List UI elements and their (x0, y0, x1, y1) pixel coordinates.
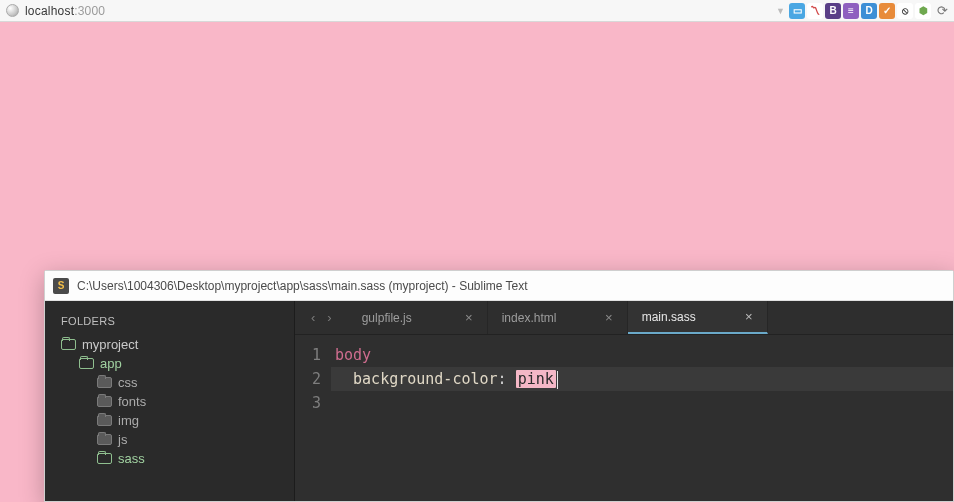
workspace: FOLDERS myproject app css fonts img (45, 301, 953, 501)
tab-bar: ‹ › gulpfile.js × index.html × main.sass… (295, 301, 953, 335)
line-number: 1 (295, 343, 321, 367)
tab-gulpfile[interactable]: gulpfile.js × (348, 301, 488, 334)
code-body[interactable]: body background-color: pink (331, 335, 953, 501)
close-icon[interactable]: × (605, 310, 613, 325)
nav-arrows: ‹ › (295, 301, 348, 334)
token-colon: : (498, 370, 507, 388)
tree-item-css[interactable]: css (61, 373, 294, 392)
close-icon[interactable]: × (745, 309, 753, 324)
line-gutter: 1 2 3 (295, 335, 331, 501)
folder-open-icon (79, 358, 94, 369)
globe-icon (6, 4, 19, 17)
folder-closed-icon (97, 377, 112, 388)
window-titlebar[interactable]: S C:\Users\1004306\Desktop\myproject\app… (45, 271, 953, 301)
url-host: localhost (25, 4, 74, 18)
editor-area: ‹ › gulpfile.js × index.html × main.sass… (295, 301, 953, 501)
browser-address-bar: localhost:3000 ▼ ▭ 〽 B ≡ D ✓ ⦸ ⬢ ⟳ (0, 0, 954, 22)
url-port: :3000 (74, 4, 105, 18)
sublime-app-icon: S (53, 278, 69, 294)
tab-index-html[interactable]: index.html × (488, 301, 628, 334)
tree-item-sass[interactable]: sass (61, 449, 294, 468)
code-area[interactable]: 1 2 3 body background-color: pink (295, 335, 953, 501)
tree-label: js (118, 432, 127, 447)
tree-item-js[interactable]: js (61, 430, 294, 449)
tab-label: gulpfile.js (362, 311, 412, 325)
ext-icon-2[interactable]: B (825, 3, 841, 19)
ext-icon-4[interactable]: D (861, 3, 877, 19)
folder-closed-icon (97, 434, 112, 445)
url-text[interactable]: localhost:3000 (25, 4, 105, 18)
sidebar-header: FOLDERS (61, 315, 294, 327)
ext-icon-1[interactable]: 〽 (807, 3, 823, 19)
ext-icon-0[interactable]: ▭ (789, 3, 805, 19)
extension-row: ▭ 〽 B ≡ D ✓ ⦸ ⬢ (789, 3, 931, 19)
tree-item-myproject[interactable]: myproject (61, 335, 294, 354)
tree-label: myproject (82, 337, 138, 352)
close-icon[interactable]: × (465, 310, 473, 325)
line-number: 2 (295, 367, 321, 391)
folder-closed-icon (97, 396, 112, 407)
token-selector: body (335, 346, 371, 364)
reload-icon[interactable]: ⟳ (937, 3, 948, 18)
ext-icon-6[interactable]: ⦸ (897, 3, 913, 19)
nav-back-icon[interactable]: ‹ (311, 310, 315, 325)
sublime-window: S C:\Users\1004306\Desktop\myproject\app… (44, 270, 954, 502)
tree-label: css (118, 375, 138, 390)
ext-icon-5[interactable]: ✓ (879, 3, 895, 19)
tree-item-img[interactable]: img (61, 411, 294, 430)
dropdown-triangle-icon[interactable]: ▼ (776, 6, 785, 16)
folder-open-icon (97, 453, 112, 464)
token-property: background-color (353, 370, 498, 388)
tab-main-sass[interactable]: main.sass × (628, 301, 768, 334)
sidebar: FOLDERS myproject app css fonts img (45, 301, 295, 501)
code-line-2[interactable]: background-color: pink (331, 367, 953, 391)
nav-forward-icon[interactable]: › (327, 310, 331, 325)
tree-label: img (118, 413, 139, 428)
caret-icon (557, 371, 558, 389)
tab-label: index.html (502, 311, 557, 325)
tree-item-fonts[interactable]: fonts (61, 392, 294, 411)
tree-label: sass (118, 451, 145, 466)
code-line-1[interactable]: body (331, 343, 953, 367)
tab-label: main.sass (642, 310, 696, 324)
token-value: pink (516, 370, 556, 388)
ext-icon-3[interactable]: ≡ (843, 3, 859, 19)
folder-open-icon (61, 339, 76, 350)
window-title: C:\Users\1004306\Desktop\myproject\app\s… (77, 279, 528, 293)
ext-icon-7[interactable]: ⬢ (915, 3, 931, 19)
folder-closed-icon (97, 415, 112, 426)
tree-item-app[interactable]: app (61, 354, 294, 373)
line-number: 3 (295, 391, 321, 415)
tree-label: fonts (118, 394, 146, 409)
tree-label: app (100, 356, 122, 371)
